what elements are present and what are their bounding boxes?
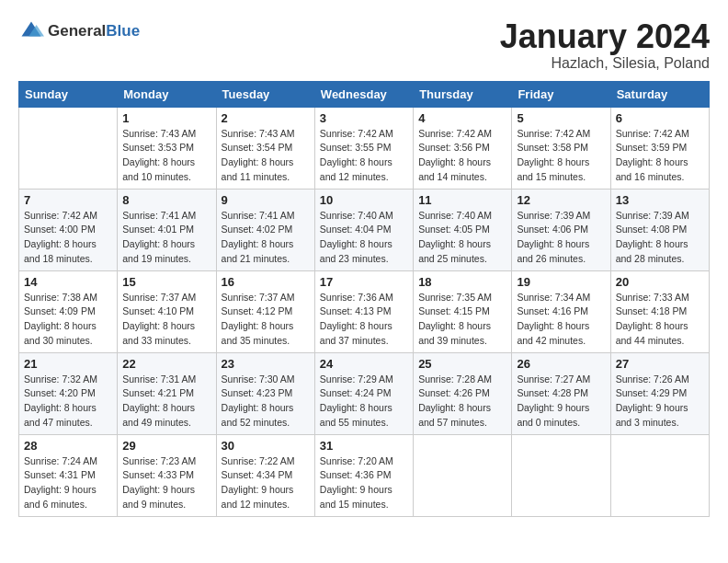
day-number: 20 [616,275,704,289]
day-info: Sunrise: 7:42 AMSunset: 4:00 PMDaylight:… [24,209,112,267]
day-info: Sunrise: 7:36 AMSunset: 4:13 PMDaylight:… [320,291,408,349]
day-number: 31 [320,439,408,453]
calendar-table: SundayMondayTuesdayWednesdayThursdayFrid… [18,81,710,517]
calendar-cell: 16Sunrise: 7:37 AMSunset: 4:12 PMDayligh… [216,270,314,352]
day-info: Sunrise: 7:41 AMSunset: 4:02 PMDaylight:… [222,209,310,267]
day-info: Sunrise: 7:42 AMSunset: 3:59 PMDaylight:… [616,127,704,185]
day-number: 18 [418,275,506,289]
day-number: 28 [24,439,112,453]
weekday-header-thursday: Thursday [414,81,512,107]
day-number: 7 [24,193,112,207]
calendar-cell [414,434,512,516]
day-number: 10 [320,193,408,207]
calendar-cell: 4Sunrise: 7:42 AMSunset: 3:56 PMDaylight… [414,107,512,189]
calendar-cell [19,107,118,189]
calendar-cell: 11Sunrise: 7:40 AMSunset: 4:05 PMDayligh… [414,189,512,270]
calendar-cell: 28Sunrise: 7:24 AMSunset: 4:31 PMDayligh… [19,434,118,516]
day-info: Sunrise: 7:42 AMSunset: 3:56 PMDaylight:… [418,127,506,185]
day-info: Sunrise: 7:26 AMSunset: 4:29 PMDaylight:… [616,373,704,431]
calendar-body: 1Sunrise: 7:43 AMSunset: 3:53 PMDaylight… [19,107,710,516]
calendar-cell [512,434,610,516]
calendar-cell [610,434,709,516]
calendar-cell: 29Sunrise: 7:23 AMSunset: 4:33 PMDayligh… [118,434,216,516]
day-number: 13 [616,193,704,207]
day-number: 25 [418,357,506,371]
day-info: Sunrise: 7:41 AMSunset: 4:01 PMDaylight:… [122,209,210,267]
page-header: GeneralBlue January 2024 Hazlach, Silesi… [18,18,710,72]
day-info: Sunrise: 7:33 AMSunset: 4:18 PMDaylight:… [616,291,704,349]
weekday-header-wednesday: Wednesday [314,81,413,107]
day-number: 17 [320,275,408,289]
calendar-cell: 19Sunrise: 7:34 AMSunset: 4:16 PMDayligh… [512,270,610,352]
logo: GeneralBlue [18,18,140,44]
calendar-week-row: 28Sunrise: 7:24 AMSunset: 4:31 PMDayligh… [19,434,710,516]
calendar-cell: 23Sunrise: 7:30 AMSunset: 4:23 PMDayligh… [216,352,314,434]
day-info: Sunrise: 7:43 AMSunset: 3:54 PMDaylight:… [222,127,310,185]
calendar-week-row: 1Sunrise: 7:43 AMSunset: 3:53 PMDaylight… [19,107,710,189]
day-number: 29 [122,439,210,453]
day-number: 21 [24,357,112,371]
day-info: Sunrise: 7:29 AMSunset: 4:24 PMDaylight:… [320,373,408,431]
day-info: Sunrise: 7:38 AMSunset: 4:09 PMDaylight:… [24,291,112,349]
day-number: 4 [418,111,506,125]
day-info: Sunrise: 7:37 AMSunset: 4:10 PMDaylight:… [122,291,210,349]
day-info: Sunrise: 7:24 AMSunset: 4:31 PMDaylight:… [24,454,112,512]
calendar-cell: 15Sunrise: 7:37 AMSunset: 4:10 PMDayligh… [118,270,216,352]
calendar-cell: 20Sunrise: 7:33 AMSunset: 4:18 PMDayligh… [610,270,709,352]
day-info: Sunrise: 7:27 AMSunset: 4:28 PMDaylight:… [517,373,605,431]
day-number: 26 [517,357,605,371]
weekday-header-saturday: Saturday [610,81,709,107]
day-number: 24 [320,357,408,371]
title-block: January 2024 Hazlach, Silesia, Poland [500,18,710,72]
logo-icon [18,18,44,44]
day-info: Sunrise: 7:30 AMSunset: 4:23 PMDaylight:… [222,373,310,431]
calendar-subtitle: Hazlach, Silesia, Poland [500,55,710,72]
calendar-cell: 8Sunrise: 7:41 AMSunset: 4:01 PMDaylight… [118,189,216,270]
day-number: 19 [517,275,605,289]
day-info: Sunrise: 7:35 AMSunset: 4:15 PMDaylight:… [418,291,506,349]
day-info: Sunrise: 7:40 AMSunset: 4:04 PMDaylight:… [320,209,408,267]
day-number: 22 [122,357,210,371]
calendar-cell: 26Sunrise: 7:27 AMSunset: 4:28 PMDayligh… [512,352,610,434]
day-info: Sunrise: 7:37 AMSunset: 4:12 PMDaylight:… [222,291,310,349]
day-number: 30 [222,439,310,453]
calendar-cell: 13Sunrise: 7:39 AMSunset: 4:08 PMDayligh… [610,189,709,270]
day-number: 6 [616,111,704,125]
calendar-week-row: 21Sunrise: 7:32 AMSunset: 4:20 PMDayligh… [19,352,710,434]
calendar-cell: 31Sunrise: 7:20 AMSunset: 4:36 PMDayligh… [314,434,413,516]
calendar-header-row: SundayMondayTuesdayWednesdayThursdayFrid… [19,81,710,107]
day-number: 16 [222,275,310,289]
weekday-header-sunday: Sunday [19,81,118,107]
day-number: 5 [517,111,605,125]
logo-general: General [48,22,106,40]
calendar-cell: 25Sunrise: 7:28 AMSunset: 4:26 PMDayligh… [414,352,512,434]
day-number: 15 [122,275,210,289]
calendar-cell: 6Sunrise: 7:42 AMSunset: 3:59 PMDaylight… [610,107,709,189]
day-number: 8 [122,193,210,207]
day-info: Sunrise: 7:23 AMSunset: 4:33 PMDaylight:… [122,454,210,512]
day-number: 11 [418,193,506,207]
calendar-week-row: 14Sunrise: 7:38 AMSunset: 4:09 PMDayligh… [19,270,710,352]
calendar-cell: 9Sunrise: 7:41 AMSunset: 4:02 PMDaylight… [216,189,314,270]
calendar-cell: 18Sunrise: 7:35 AMSunset: 4:15 PMDayligh… [414,270,512,352]
day-number: 1 [122,111,210,125]
calendar-cell: 10Sunrise: 7:40 AMSunset: 4:04 PMDayligh… [314,189,413,270]
day-number: 12 [517,193,605,207]
calendar-cell: 30Sunrise: 7:22 AMSunset: 4:34 PMDayligh… [216,434,314,516]
weekday-header-friday: Friday [512,81,610,107]
calendar-cell: 21Sunrise: 7:32 AMSunset: 4:20 PMDayligh… [19,352,118,434]
calendar-week-row: 7Sunrise: 7:42 AMSunset: 4:00 PMDaylight… [19,189,710,270]
logo-blue: Blue [106,22,140,40]
day-number: 23 [222,357,310,371]
day-number: 2 [222,111,310,125]
day-info: Sunrise: 7:39 AMSunset: 4:06 PMDaylight:… [517,209,605,267]
calendar-cell: 14Sunrise: 7:38 AMSunset: 4:09 PMDayligh… [19,270,118,352]
calendar-cell: 24Sunrise: 7:29 AMSunset: 4:24 PMDayligh… [314,352,413,434]
day-number: 9 [222,193,310,207]
day-info: Sunrise: 7:31 AMSunset: 4:21 PMDaylight:… [122,373,210,431]
day-info: Sunrise: 7:28 AMSunset: 4:26 PMDaylight:… [418,373,506,431]
weekday-header-tuesday: Tuesday [216,81,314,107]
logo-text: GeneralBlue [48,22,140,40]
day-number: 27 [616,357,704,371]
calendar-cell: 22Sunrise: 7:31 AMSunset: 4:21 PMDayligh… [118,352,216,434]
